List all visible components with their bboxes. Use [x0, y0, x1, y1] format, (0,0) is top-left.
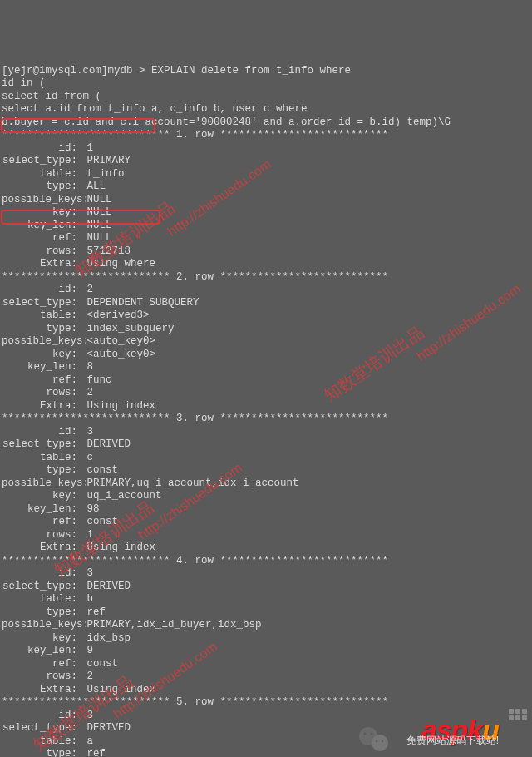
field-key-id: id:	[2, 284, 81, 297]
field-val-ref: const	[87, 516, 119, 527]
field-val-key: idx_bsp	[87, 632, 131, 644]
field-val-type: ALL	[87, 181, 106, 192]
field-key-table: table:	[2, 309, 81, 323]
field-key-select_type: select_type:	[2, 297, 81, 310]
sql-line: select a.id from t_info a, o_info b, use…	[2, 103, 308, 115]
field-key-rows: rows:	[2, 387, 81, 400]
footer-logo: aspku	[407, 710, 499, 736]
field-key-type: type:	[2, 606, 81, 620]
field-val-Extra: Using index	[87, 684, 156, 695]
field-val-type: index_subquery	[87, 323, 175, 334]
svg-point-4	[376, 740, 378, 742]
field-val-key: <auto_key0>	[87, 349, 156, 360]
field-val-key_len: 98	[87, 503, 100, 515]
field-key-table: table:	[2, 593, 81, 606]
field-val-id: 3	[87, 567, 94, 579]
sql-line: select id from (	[2, 91, 101, 102]
field-key-table: table:	[2, 452, 81, 465]
field-key-id: id:	[2, 710, 81, 723]
field-val-ref: NULL	[87, 232, 112, 244]
field-key-select_type: select_type:	[2, 722, 81, 735]
field-key-rows: rows:	[2, 529, 81, 542]
field-val-rows: 2	[87, 387, 94, 398]
field-key-possible_keys: possible_keys:	[2, 619, 81, 632]
field-key-key: key:	[2, 206, 81, 220]
field-val-key_len: 9	[87, 645, 94, 656]
field-val-id: 2	[87, 284, 94, 295]
field-key-table: table:	[2, 168, 81, 181]
field-val-ref: func	[87, 374, 112, 386]
field-key-type: type:	[2, 464, 81, 477]
field-val-Extra: Using index	[87, 400, 156, 412]
field-key-id: id:	[2, 142, 81, 156]
field-val-rows: 1	[87, 529, 94, 541]
field-key-ref: ref:	[2, 658, 81, 671]
row-separator: *************************** 3. row *****…	[2, 413, 388, 424]
field-key-possible_keys: possible_keys:	[2, 477, 81, 491]
field-val-id: 3	[87, 426, 94, 438]
field-val-table: t_info	[87, 168, 125, 180]
field-val-Extra: Using where	[87, 258, 156, 270]
field-key-type: type:	[2, 181, 81, 194]
svg-point-2	[364, 732, 367, 735]
field-val-select_type: PRIMARY	[87, 155, 131, 166]
field-key-id: id:	[2, 567, 81, 581]
field-key-possible_keys: possible_keys:	[2, 335, 81, 349]
field-val-select_type: DEPENDENT SUBQUERY	[87, 297, 200, 309]
footer-text: 免费网站源码下载站!	[406, 735, 499, 748]
field-val-possible_keys: <auto_key0>	[87, 335, 156, 347]
field-val-type: ref	[87, 606, 106, 618]
field-key-type: type:	[2, 748, 81, 757]
field-key-Extra: Extra:	[2, 258, 81, 271]
field-val-Extra: Using index	[87, 542, 156, 553]
svg-point-1	[372, 735, 388, 751]
field-key-key: key:	[2, 490, 81, 503]
field-key-rows: rows:	[2, 670, 81, 684]
field-key-select_type: select_type:	[2, 155, 81, 168]
field-val-rows: 2	[87, 670, 94, 682]
field-key-select_type: select_type:	[2, 581, 81, 594]
field-key-Extra: Extra:	[2, 400, 81, 413]
field-val-ref: const	[87, 658, 119, 670]
sql-line: b.buyer = c.id and c.i_account='90000248…	[2, 116, 451, 128]
field-val-table: a	[87, 735, 94, 747]
field-val-type: ref	[87, 748, 106, 757]
field-val-key_len: NULL	[87, 220, 112, 231]
field-key-key_len: key_len:	[2, 503, 81, 517]
field-val-key_len: 8	[87, 361, 94, 373]
field-key-key_len: key_len:	[2, 361, 81, 374]
field-key-Extra: Extra:	[2, 542, 81, 555]
field-val-table: b	[87, 593, 94, 605]
field-key-ref: ref:	[2, 516, 81, 529]
field-key-id: id:	[2, 426, 81, 439]
field-val-select_type: DERIVED	[87, 722, 131, 734]
terminal-output: [yejr@imysql.com]mydb > EXPLAIN delete f…	[0, 52, 532, 757]
field-key-key_len: key_len:	[2, 645, 81, 658]
field-val-select_type: DERIVED	[87, 438, 131, 450]
row-separator: *************************** 4. row *****…	[2, 555, 388, 567]
field-key-Extra: Extra:	[2, 684, 81, 697]
grid-icon	[509, 709, 529, 725]
field-val-type: const	[87, 464, 119, 476]
field-val-table: <derived3>	[87, 309, 150, 321]
field-key-key: key:	[2, 632, 81, 646]
field-key-select_type: select_type:	[2, 438, 81, 452]
field-val-table: c	[87, 452, 94, 463]
field-key-type: type:	[2, 323, 81, 336]
sql-line: id in (	[2, 77, 46, 89]
field-key-rows: rows:	[2, 245, 81, 259]
field-key-ref: ref:	[2, 374, 81, 388]
field-val-id: 3	[87, 710, 94, 721]
field-key-ref: ref:	[2, 232, 81, 245]
field-val-possible_keys: NULL	[87, 194, 112, 205]
sql-prompt: [yejr@imysql.com]mydb > EXPLAIN delete f…	[2, 65, 351, 77]
field-val-possible_keys: PRIMARY,idx_id_buyer,idx_bsp	[87, 619, 262, 631]
row-separator: *************************** 1. row *****…	[2, 129, 388, 141]
field-val-key: NULL	[87, 206, 112, 218]
field-val-rows: 5712718	[87, 245, 131, 257]
field-key-table: table:	[2, 735, 81, 749]
svg-point-5	[382, 740, 384, 742]
row-separator: *************************** 5. row *****…	[2, 696, 388, 708]
field-val-id: 1	[87, 142, 94, 154]
field-key-key_len: key_len:	[2, 220, 81, 233]
